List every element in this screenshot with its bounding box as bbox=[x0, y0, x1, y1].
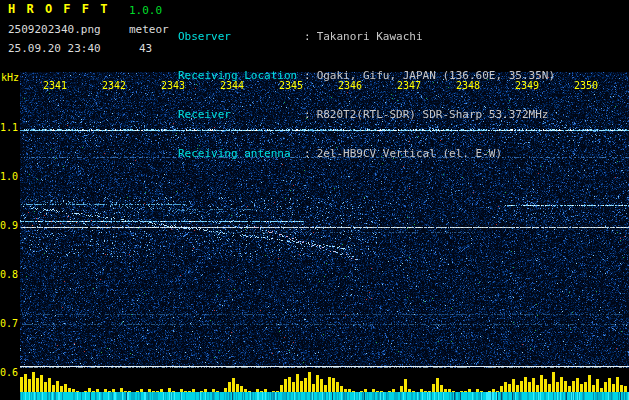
info-row-receiver: Receiver:R820T2(RTL-SDR) SDR-Sharp 53.37… bbox=[178, 108, 555, 121]
y-tick-0.7: 0.7 bbox=[0, 319, 17, 329]
info-separator: : bbox=[304, 69, 311, 82]
x-tick-2350: 2350 bbox=[574, 81, 598, 91]
info-separator: : bbox=[304, 147, 311, 160]
observation-datetime: 25.09.20 23:40 bbox=[8, 43, 101, 54]
x-tick-2349: 2349 bbox=[515, 81, 539, 91]
x-tick-2342: 2342 bbox=[102, 81, 126, 91]
x-tick-2341: 2341 bbox=[43, 81, 67, 91]
x-tick-2343: 2343 bbox=[161, 81, 185, 91]
info-row-antenna: Receiving antenna:2el-HB9CV Vertical (el… bbox=[178, 147, 555, 160]
info-value: Takanori Kawachi bbox=[317, 30, 423, 43]
info-separator: : bbox=[304, 30, 311, 43]
y-tick-0.8: 0.8 bbox=[0, 270, 17, 280]
info-label: Observer bbox=[178, 30, 304, 43]
app-title: H R O F F T bbox=[8, 4, 109, 15]
y-tick-0.6: 0.6 bbox=[0, 368, 17, 378]
info-separator: : bbox=[304, 108, 311, 121]
signal-strength-bars bbox=[20, 368, 629, 400]
x-tick-2344: 2344 bbox=[220, 81, 244, 91]
station-info: Observer:Takanori Kawachi Receiving Loca… bbox=[178, 4, 555, 186]
output-filename: 2509202340.png bbox=[8, 24, 101, 35]
info-value: R820T2(RTL-SDR) SDR-Sharp 53.372MHz bbox=[317, 108, 549, 121]
x-tick-2348: 2348 bbox=[456, 81, 480, 91]
app-version: 1.0.0 bbox=[129, 5, 162, 16]
y-tick-1.0: 1.0 bbox=[0, 172, 17, 182]
x-tick-2347: 2347 bbox=[397, 81, 421, 91]
y-tick-0.9: 0.9 bbox=[0, 221, 17, 231]
x-tick-2345: 2345 bbox=[279, 81, 303, 91]
info-row-observer: Observer:Takanori Kawachi bbox=[178, 30, 555, 43]
hrofft-window: H R O F F T 1.0.0 2509202340.png meteor … bbox=[0, 0, 629, 400]
observation-mode: meteor bbox=[129, 24, 169, 35]
info-label: Receiving antenna bbox=[178, 147, 304, 160]
y-axis-unit: kHz bbox=[1, 73, 19, 83]
echo-count: 43 bbox=[139, 43, 152, 54]
info-label: Receiver bbox=[178, 108, 304, 121]
info-value: 2el-HB9CV Vertical (el. E-W) bbox=[317, 147, 502, 160]
y-tick-1.1: 1.1 bbox=[0, 123, 17, 133]
x-tick-2346: 2346 bbox=[338, 81, 362, 91]
